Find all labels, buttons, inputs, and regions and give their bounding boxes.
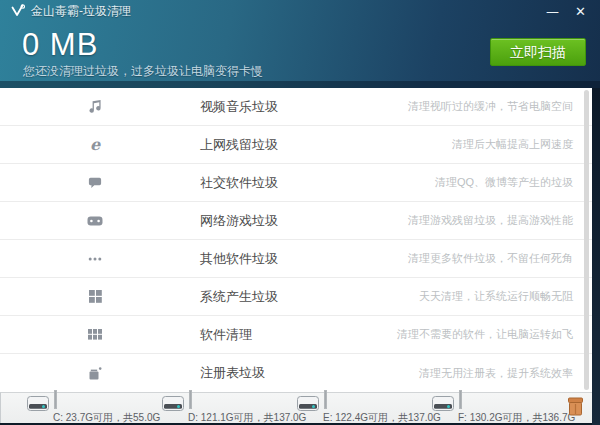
header-subtitle: 您还没清理过垃圾，过多垃圾让电脑变得卡慢 <box>23 63 263 80</box>
list-item-other-software[interactable]: 其他软件垃圾 清理更多软件垃圾，不留任何死角 <box>0 240 592 278</box>
header: 金山毒霸-垃圾清理 — ✕ 0 MB 您还没清理过垃圾，过多垃圾让电脑变得卡慢 … <box>0 0 600 88</box>
titlebar: 金山毒霸-垃圾清理 — ✕ <box>0 0 600 22</box>
disk-usage-bar <box>189 390 192 409</box>
list-scrollbar[interactable] <box>584 90 589 390</box>
list-item-title: 系统产生垃圾 <box>200 288 278 306</box>
list-item-desc: 清理不需要的软件，让电脑运转如飞 <box>397 327 573 342</box>
list-item-desc: 清理无用注册表，提升系统效率 <box>419 366 573 381</box>
list-item-desc: 天天清理，让系统运行顺畅无阻 <box>419 289 573 304</box>
list-item-title: 视频音乐垃圾 <box>200 98 278 116</box>
list-item-desc: 清理视听过的缓冲，节省电脑空间 <box>408 99 573 114</box>
window-title: 金山毒霸-垃圾清理 <box>31 3 131 20</box>
windows-icon <box>86 290 104 303</box>
disk-c: C: 23.7G可用，共55.0G <box>27 391 162 425</box>
disk-label: E: 122.4G可用，共137.0G <box>323 411 441 425</box>
list-item-title: 软件清理 <box>200 326 252 344</box>
list-item-video-music[interactable]: 视频音乐垃圾 清理视听过的缓冲，节省电脑空间 <box>0 88 592 126</box>
kingsoft-logo-icon <box>10 4 25 19</box>
list-item-title: 注册表垃圾 <box>200 364 265 382</box>
disk-label: D: 121.1G可用，共137.0G <box>188 411 306 425</box>
app-window: 金山毒霸-垃圾清理 — ✕ 0 MB 您还没清理过垃圾，过多垃圾让电脑变得卡慢 … <box>0 0 600 425</box>
list-item-system[interactable]: 系统产生垃圾 天天清理，让系统运行顺畅无阻 <box>0 278 592 316</box>
list-item-software-cleanup[interactable]: 软件清理 清理不需要的软件，让电脑运转如飞 <box>0 316 592 354</box>
list-item-title: 网络游戏垃圾 <box>200 212 278 230</box>
hard-drive-icon <box>27 396 49 415</box>
list-item-desc: 清理QQ、微博等产生的垃圾 <box>435 175 573 190</box>
list-item-desc: 清理更多软件垃圾，不留任何死角 <box>408 251 573 266</box>
scan-now-button[interactable]: 立即扫描 <box>490 38 586 66</box>
software-boxes-icon <box>86 329 104 340</box>
list-item-internet[interactable]: e 上网残留垃圾 清理后大幅提高上网速度 <box>0 126 592 164</box>
ellipsis-icon <box>86 257 104 261</box>
disk-e: E: 122.4G可用，共137.0G <box>297 391 432 425</box>
list-item-registry[interactable]: 注册表垃圾 清理无用注册表，提升系统效率 <box>0 354 592 392</box>
list-item-title: 上网残留垃圾 <box>200 136 278 154</box>
trash-box-icon[interactable] <box>566 395 585 421</box>
list-item-desc: 清理后大幅提高上网速度 <box>452 137 573 152</box>
ie-icon: e <box>86 138 104 152</box>
list-item-social[interactable]: 社交软件垃圾 清理QQ、微博等产生的垃圾 <box>0 164 592 202</box>
disk-d: D: 121.1G可用，共137.0G <box>162 391 297 425</box>
disk-label: F: 130.2G可用，共136.7G <box>458 411 575 425</box>
list-item-title: 其他软件垃圾 <box>200 250 278 268</box>
list-item-desc: 清理游戏残留垃圾，提高游戏性能 <box>408 213 573 228</box>
disk-f: F: 130.2G可用，共136.7G <box>432 391 567 425</box>
header-shade <box>0 81 600 88</box>
disk-usage-bar <box>459 390 462 409</box>
disk-usage-bar <box>54 390 57 409</box>
chat-bubble-icon <box>86 177 104 189</box>
junk-size-value: 0 MB <box>22 27 98 63</box>
close-icon[interactable]: ✕ <box>575 5 586 18</box>
hard-drive-icon <box>162 396 184 415</box>
registry-icon <box>86 367 104 380</box>
list-item-title: 社交软件垃圾 <box>200 174 278 192</box>
disk-status-bar: C: 23.7G可用，共55.0G D: 121.1G可用，共137.0G <box>0 392 592 423</box>
disk-usage-bar <box>324 390 327 409</box>
disk-label: C: 23.7G可用，共55.0G <box>53 411 160 425</box>
window-right-edge <box>592 88 600 425</box>
junk-category-list: 视频音乐垃圾 清理视听过的缓冲，节省电脑空间 e 上网残留垃圾 清理后大幅提高上… <box>0 88 592 392</box>
window-controls: — ✕ <box>546 5 590 18</box>
music-note-icon <box>86 100 104 113</box>
gamepad-icon <box>86 216 104 226</box>
list-item-games[interactable]: 网络游戏垃圾 清理游戏残留垃圾，提高游戏性能 <box>0 202 592 240</box>
minimize-icon[interactable]: — <box>546 5 559 18</box>
